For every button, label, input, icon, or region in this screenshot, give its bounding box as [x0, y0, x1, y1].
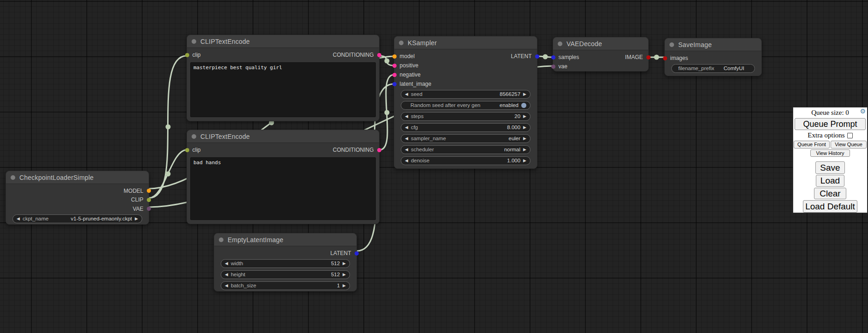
- prompt-textarea[interactable]: bad hands: [190, 157, 376, 220]
- arrow-left-icon[interactable]: ◀: [405, 158, 408, 163]
- input-socket-positive[interactable]: [392, 64, 397, 68]
- node-cliptextencode-negative[interactable]: CLIPTextEncode clip CONDITIONING bad han…: [187, 130, 380, 224]
- widget-batch-size[interactable]: ◀ batch_size 1 ▶: [221, 281, 350, 290]
- arrow-right-icon[interactable]: ▶: [523, 158, 526, 163]
- input-label: latent_image: [400, 81, 432, 87]
- arrow-right-icon[interactable]: ▶: [135, 216, 138, 221]
- node-titlebar[interactable]: VAEDecode: [553, 37, 648, 50]
- arrow-left-icon[interactable]: ◀: [405, 147, 408, 152]
- toggle-on-icon[interactable]: [521, 103, 526, 108]
- view-history-button[interactable]: View History: [810, 149, 850, 157]
- arrow-right-icon[interactable]: ▶: [343, 283, 346, 288]
- prompt-textarea[interactable]: masterpiece best quality girl: [190, 62, 376, 117]
- clear-button[interactable]: Clear: [814, 188, 846, 200]
- input-socket-samples[interactable]: [551, 55, 555, 59]
- input-label: images: [670, 55, 688, 61]
- queue-prompt-button[interactable]: Queue Prompt: [795, 118, 866, 130]
- queue-front-button[interactable]: Queue Front: [794, 141, 830, 149]
- input-socket-negative[interactable]: [392, 73, 397, 77]
- arrow-left-icon[interactable]: ◀: [405, 125, 408, 130]
- arrow-right-icon[interactable]: ▶: [523, 92, 526, 96]
- output-label: LATENT: [330, 250, 351, 256]
- collapse-dot-icon[interactable]: [669, 42, 674, 47]
- input-label: samples: [559, 54, 579, 60]
- output-socket-clip[interactable]: [147, 198, 151, 202]
- extra-options-label: Extra options: [808, 131, 844, 139]
- node-saveimage[interactable]: SaveImage images filename_prefix ComfyUI: [664, 38, 762, 76]
- settings-gear-icon[interactable]: ⚙: [860, 108, 866, 115]
- node-titlebar[interactable]: CLIPTextEncode: [187, 130, 379, 143]
- save-button[interactable]: Save: [815, 161, 845, 174]
- collapse-dot-icon[interactable]: [192, 134, 196, 139]
- node-ksampler[interactable]: KSampler model LATENT positive negative …: [394, 36, 537, 169]
- node-titlebar[interactable]: CheckpointLoaderSimple: [6, 171, 149, 184]
- input-label: model: [400, 53, 415, 59]
- arrow-right-icon[interactable]: ▶: [523, 136, 526, 141]
- load-button[interactable]: Load: [816, 175, 844, 187]
- node-title: CLIPTextEncode: [200, 38, 250, 45]
- input-socket-clip[interactable]: [185, 148, 189, 152]
- node-emptylatentimage[interactable]: EmptyLatentImage LATENT ◀ width 512 ▶ ◀ …: [214, 233, 357, 291]
- widget-cfg[interactable]: ◀ cfg 8.000 ▶: [401, 123, 530, 132]
- widget-random-seed-toggle[interactable]: Random seed after every gen enabled: [401, 101, 530, 110]
- node-cliptextencode-positive[interactable]: CLIPTextEncode clip CONDITIONING masterp…: [187, 35, 380, 121]
- arrow-right-icon[interactable]: ▶: [523, 114, 526, 119]
- collapse-dot-icon[interactable]: [11, 175, 15, 180]
- output-socket-model[interactable]: [147, 189, 151, 193]
- output-socket-image[interactable]: [646, 55, 651, 59]
- arrow-left-icon[interactable]: ◀: [225, 272, 228, 277]
- extra-options-checkbox[interactable]: [847, 133, 853, 138]
- widget-sampler-name[interactable]: ◀ sampler_name euler ▶: [401, 134, 530, 143]
- widget-seed[interactable]: ◀ seed 8566257 ▶: [401, 90, 530, 99]
- node-titlebar[interactable]: KSampler: [394, 36, 537, 49]
- arrow-right-icon[interactable]: ▶: [523, 125, 526, 130]
- queue-panel: Queue size: 0 ⚙ Queue Prompt Extra optio…: [793, 107, 868, 213]
- arrow-left-icon[interactable]: ◀: [405, 92, 408, 96]
- widget-ckpt-name[interactable]: ◀ ckpt_name v1-5-pruned-emaonly.ckpt ▶: [12, 214, 142, 223]
- collapse-dot-icon[interactable]: [558, 42, 562, 46]
- node-vaedecode[interactable]: VAEDecode samples IMAGE vae: [553, 37, 649, 71]
- output-label: CONDITIONING: [333, 147, 374, 153]
- load-default-button[interactable]: Load Default: [803, 200, 857, 213]
- input-socket-images[interactable]: [663, 56, 667, 60]
- input-socket-latent-image[interactable]: [392, 82, 397, 86]
- arrow-right-icon[interactable]: ▶: [523, 147, 526, 152]
- arrow-right-icon[interactable]: ▶: [343, 272, 346, 277]
- arrow-left-icon[interactable]: ◀: [225, 283, 228, 288]
- collapse-dot-icon[interactable]: [192, 39, 196, 44]
- output-socket-conditioning[interactable]: [377, 53, 381, 57]
- widget-steps[interactable]: ◀ steps 20 ▶: [401, 112, 530, 121]
- arrow-left-icon[interactable]: ◀: [225, 261, 228, 266]
- widget-denoise[interactable]: ◀ denoise 1.000 ▶: [401, 156, 530, 165]
- widget-width[interactable]: ◀ width 512 ▶: [221, 259, 350, 268]
- queue-size-label: Queue size: 0: [811, 109, 849, 116]
- output-socket-vae[interactable]: [147, 207, 151, 211]
- input-socket-clip[interactable]: [185, 53, 189, 57]
- node-graph-canvas[interactable]: CheckpointLoaderSimple MODEL CLIP VAE ◀ …: [0, 0, 868, 333]
- output-socket-conditioning[interactable]: [377, 148, 381, 152]
- input-socket-vae[interactable]: [551, 65, 555, 69]
- output-socket-latent[interactable]: [355, 251, 359, 256]
- collapse-dot-icon[interactable]: [399, 41, 404, 45]
- node-title: SaveImage: [678, 41, 712, 48]
- node-titlebar[interactable]: CLIPTextEncode: [187, 35, 379, 48]
- output-label: VAE: [133, 206, 143, 212]
- output-socket-latent[interactable]: [535, 54, 539, 59]
- widget-filename-prefix[interactable]: filename_prefix ComfyUI: [671, 64, 755, 73]
- node-title: VAEDecode: [567, 40, 602, 48]
- collapse-dot-icon[interactable]: [219, 238, 223, 242]
- node-titlebar[interactable]: EmptyLatentImage: [214, 233, 356, 246]
- input-socket-model[interactable]: [392, 54, 397, 59]
- widget-height[interactable]: ◀ height 512 ▶: [221, 270, 350, 279]
- arrow-left-icon[interactable]: ◀: [405, 114, 408, 119]
- output-label: CONDITIONING: [333, 52, 374, 58]
- output-label: IMAGE: [625, 54, 643, 60]
- input-label: negative: [400, 71, 421, 78]
- arrow-right-icon[interactable]: ▶: [343, 261, 346, 266]
- arrow-left-icon[interactable]: ◀: [17, 216, 20, 221]
- node-titlebar[interactable]: SaveImage: [665, 38, 761, 51]
- node-checkpointloadersimple[interactable]: CheckpointLoaderSimple MODEL CLIP VAE ◀ …: [6, 171, 149, 225]
- arrow-left-icon[interactable]: ◀: [405, 136, 408, 141]
- widget-scheduler[interactable]: ◀ scheduler normal ▶: [401, 145, 530, 154]
- view-queue-button[interactable]: View Queue: [831, 141, 867, 149]
